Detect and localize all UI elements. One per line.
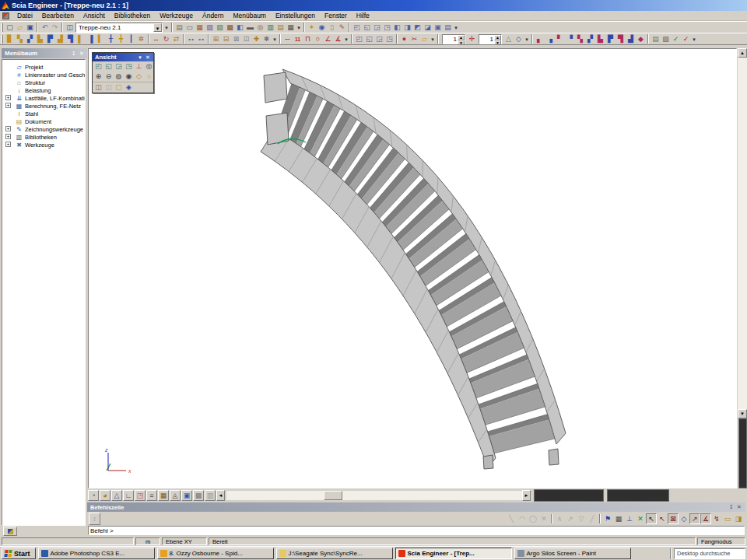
cursor-snap-icon[interactable]: ⚑: [602, 513, 613, 524]
node-move-icon[interactable]: ↗: [565, 513, 576, 524]
sidebar-item-structure[interactable]: ⌂Struktur: [4, 79, 85, 86]
draw-angle-icon[interactable]: ∠: [323, 34, 333, 44]
save-icon[interactable]: ▣: [25, 23, 35, 33]
cross-section-icon[interactable]: ▗: [545, 34, 555, 44]
scroll-down-icon[interactable]: ▼: [738, 409, 747, 418]
paste-icon[interactable]: ▨: [215, 23, 225, 33]
page-layout-icon[interactable]: ◧: [235, 23, 245, 33]
menu-ansicht[interactable]: Ansicht: [79, 11, 110, 20]
new-arc-icon[interactable]: ◠: [517, 513, 528, 524]
search-document-icon[interactable]: ◉: [317, 23, 327, 33]
purlin-icon[interactable]: ▙: [35, 34, 45, 44]
more-file-dropdown[interactable]: ▾: [296, 23, 302, 33]
light-icon[interactable]: ☼: [144, 72, 154, 82]
rotate-icon[interactable]: ↻: [161, 34, 171, 44]
document-manager-icon[interactable]: ▩: [225, 23, 235, 33]
status-snap-mode[interactable]: Fangmodus: [697, 537, 745, 545]
save-view-icon[interactable]: ▤: [651, 34, 661, 44]
befehlszeile-caption[interactable]: Befehlszeile ↧ ✕: [87, 502, 745, 512]
new-line-icon[interactable]: ╲: [506, 513, 517, 524]
mesh-icon[interactable]: ▦: [158, 490, 169, 501]
staircase-3d-model[interactable]: zx: [89, 49, 737, 488]
horizontal-scrollbar[interactable]: [226, 491, 522, 500]
snap-axis-icon[interactable]: ⊥: [624, 513, 635, 524]
scroll-right-icon[interactable]: ►: [522, 490, 531, 501]
clean-model-icon[interactable]: ▯: [327, 23, 337, 33]
close-icon[interactable]: ✕: [144, 54, 152, 61]
select-arrow-icon[interactable]: ↖: [646, 513, 657, 524]
load-panel-icon[interactable]: ▟: [626, 34, 636, 44]
new-circle-icon[interactable]: ◯: [528, 513, 538, 524]
column-icon[interactable]: ▊: [5, 34, 15, 44]
gallery-icon[interactable]: ▦: [195, 23, 205, 33]
taskbar-task[interactable]: Argo Silos Screen - Paint: [514, 548, 631, 559]
export-icon[interactable]: ▦: [286, 23, 296, 33]
menu-ndern[interactable]: Ändern: [198, 11, 228, 20]
mirror-icon[interactable]: ⇄: [171, 34, 181, 44]
array-icon[interactable]: ✚: [251, 34, 261, 44]
draw-slope-icon[interactable]: ∡: [333, 34, 343, 44]
taskbar-task[interactable]: J:\Seagate Sync\SyncRe...: [276, 548, 393, 559]
window-view-2-icon[interactable]: ◱: [362, 23, 372, 33]
snap-grid-icon[interactable]: ▦: [613, 513, 624, 524]
menu-menbaum[interactable]: Menübaum: [228, 11, 271, 20]
picture-copy-icon[interactable]: ▧: [205, 23, 215, 33]
zoom-all-icon[interactable]: ◎: [144, 61, 154, 72]
shell-icon[interactable]: ▌: [75, 34, 86, 44]
steel-dropdown[interactable]: ▾: [691, 34, 697, 44]
toolbar-grip[interactable]: [1, 35, 3, 44]
expand-icon[interactable]: +: [5, 103, 11, 108]
project-combo[interactable]: Treppe-neu 2.1▾: [75, 23, 163, 33]
move-icon[interactable]: ↔: [151, 34, 161, 44]
combination-spinner[interactable]: 1▲▼: [479, 34, 502, 44]
zoom-in-icon[interactable]: ⊕: [93, 72, 103, 82]
select-angle-icon[interactable]: ∡: [700, 513, 711, 524]
draw-dropdown[interactable]: ▾: [343, 34, 349, 44]
apply-scale-icon[interactable]: ✛: [467, 34, 477, 44]
cut-member-icon[interactable]: ⊠: [231, 34, 241, 44]
viewport-3d[interactable]: zx Ansicht ▾ ✕ ◰◱◲◳⊥◎ ⊕⊖◍◉◇☼ ◫◫▢◈: [88, 48, 737, 488]
open-view-icon[interactable]: ▱: [419, 34, 430, 44]
activity-2-icon[interactable]: ◱: [364, 34, 374, 44]
view-dropdown[interactable]: ▾: [430, 34, 436, 44]
load-case-spinner[interactable]: 1▲▼: [442, 34, 465, 44]
sidebar-item-calculation[interactable]: +▦Berechnung, FE-Netz: [4, 102, 85, 110]
rafter-icon[interactable]: ▞: [25, 34, 35, 44]
window-close-icon[interactable]: ▤: [443, 23, 453, 33]
filter-icon[interactable]: ◨: [733, 513, 744, 524]
expand-icon[interactable]: +: [5, 95, 11, 100]
zoom-selection-icon[interactable]: △: [503, 34, 514, 44]
clipboard-icon[interactable]: ▤: [174, 23, 184, 33]
redo-icon[interactable]: ↷: [50, 23, 60, 33]
rib-icon[interactable]: ▐: [86, 34, 96, 44]
connection-icon[interactable]: ▚: [575, 34, 585, 44]
member-axis-icon[interactable]: ∟: [123, 490, 134, 501]
select-polygon-icon[interactable]: ◇: [679, 513, 689, 524]
window-view-4-icon[interactable]: ◳: [382, 23, 392, 33]
draw-dimension-icon[interactable]: 11: [293, 34, 303, 44]
copy-icon[interactable]: ⊞: [211, 34, 221, 44]
menubaum-caption[interactable]: Menübaum ↧ ✕: [2, 48, 87, 58]
perspective-icon[interactable]: ◇: [134, 72, 144, 82]
expand-icon[interactable]: +: [5, 134, 11, 139]
window-view-3-icon[interactable]: ◲: [372, 23, 382, 33]
activity-3-icon[interactable]: ◲: [374, 34, 384, 44]
chevron-down-icon[interactable]: ▾: [153, 23, 162, 32]
hinge-icon[interactable]: ▙: [595, 34, 605, 44]
menu-fenster[interactable]: Fenster: [320, 11, 352, 20]
view-y-icon[interactable]: ◱: [103, 61, 114, 72]
user-view-icon[interactable]: ◇: [514, 34, 524, 44]
taskbar-task[interactable]: Scia Engineer - [Trep...: [395, 548, 512, 559]
sidebar-item-drawing-tools[interactable]: +✎Zeichnungswerkzeuge: [4, 125, 85, 133]
window-split-v-icon[interactable]: ◨: [402, 23, 412, 33]
arbitrary-beam-icon[interactable]: ▝: [565, 34, 575, 44]
cut-section-icon[interactable]: ✂: [409, 34, 419, 44]
panel-tab-button[interactable]: [3, 527, 17, 536]
view-params-icon[interactable]: ▣: [181, 490, 192, 501]
sidebar-item-steel[interactable]: IStahl: [4, 110, 85, 117]
modify-dropdown[interactable]: ▾: [272, 34, 278, 44]
wired-model-icon[interactable]: ◈: [124, 82, 134, 93]
surface-icon[interactable]: △: [111, 490, 122, 501]
render-toggle-icon[interactable]: ●: [399, 34, 409, 44]
command-cursor-icon[interactable]: ↕: [89, 513, 100, 525]
